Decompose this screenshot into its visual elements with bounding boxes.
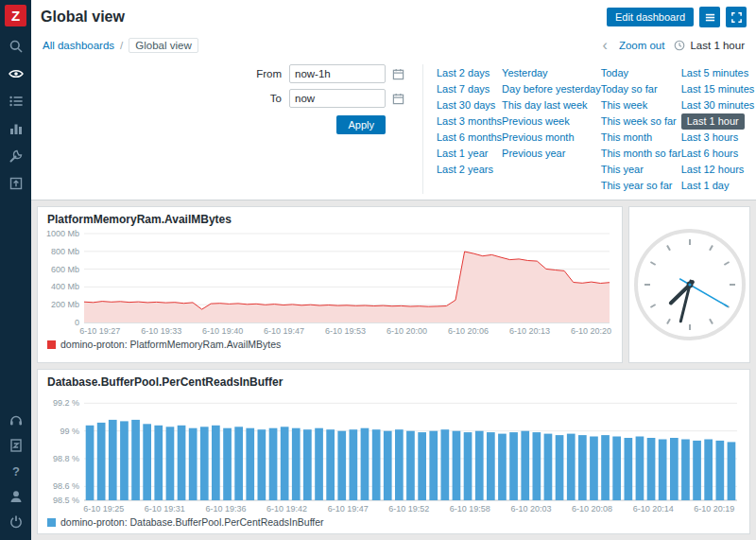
apply-row: Apply xyxy=(31,115,407,134)
time-controls: ‹ Zoom out Last 1 hour xyxy=(601,38,745,53)
page-header: Global view Edit dashboard xyxy=(31,0,756,34)
time-range-tab[interactable]: Last 1 hour xyxy=(674,40,745,51)
memory-chart[interactable]: 1000 Mb800 Mb600 Mb400 Mb200 Mb06-10 19:… xyxy=(41,228,617,338)
dashboard-grid: PlatformMemoryRam.AvailMBytes 1000 Mb800… xyxy=(31,200,756,540)
timerange-link[interactable]: Day before yesterday xyxy=(502,81,601,97)
svg-text:800 Mb: 800 Mb xyxy=(51,247,79,256)
svg-text:6-10 20:00: 6-10 20:00 xyxy=(387,326,427,336)
svg-text:6-10 20:14: 6-10 20:14 xyxy=(633,504,674,514)
signout-power-icon[interactable] xyxy=(9,514,24,530)
user-profile-icon[interactable] xyxy=(9,489,24,504)
edit-dashboard-button[interactable]: Edit dashboard xyxy=(607,8,694,26)
timerange-link[interactable]: This week so far xyxy=(601,113,681,130)
svg-text:6-10 19:36: 6-10 19:36 xyxy=(205,504,246,514)
timerange-link[interactable]: Last 2 days xyxy=(437,65,502,81)
expand-icon xyxy=(730,11,743,24)
zabbix-logo[interactable]: Z xyxy=(5,5,26,26)
timerange-link[interactable]: Last 3 hours xyxy=(681,130,755,146)
to-row: To xyxy=(270,89,407,108)
svg-text:6-10 19:47: 6-10 19:47 xyxy=(264,326,304,336)
svg-text:600 Mb: 600 Mb xyxy=(51,265,79,274)
administration-box-icon[interactable] xyxy=(9,176,24,191)
timerange-link[interactable]: Last 7 days xyxy=(437,81,502,97)
svg-text:6-10 19:31: 6-10 19:31 xyxy=(145,504,185,514)
timerange-link[interactable]: Last 1 year xyxy=(437,146,502,162)
search-icon[interactable] xyxy=(9,39,24,54)
buffer-chart[interactable]: 99.2 %99 %98.8 %98.6 %98.5 %6-10 19:256-… xyxy=(41,391,745,515)
timerange-link[interactable]: Last 30 minutes xyxy=(681,97,755,113)
svg-text:6-10 19:47: 6-10 19:47 xyxy=(328,504,369,514)
timerange-link[interactable]: This month xyxy=(601,130,681,146)
from-input[interactable] xyxy=(289,64,386,83)
svg-text:6-10 19:52: 6-10 19:52 xyxy=(388,504,429,514)
sidebar: Z ? xyxy=(0,0,31,540)
svg-text:1000 Mb: 1000 Mb xyxy=(46,229,79,238)
timerange-link[interactable]: This year so far xyxy=(601,178,681,194)
svg-text:6-10 20:03: 6-10 20:03 xyxy=(510,504,551,514)
timerange-link[interactable]: Last 6 hours xyxy=(681,146,755,162)
hamburger-icon xyxy=(704,11,716,24)
timerange-link[interactable]: Previous month xyxy=(502,130,601,146)
svg-text:98.8 %: 98.8 % xyxy=(53,454,79,463)
timerange-link[interactable]: This month so far xyxy=(601,146,681,162)
to-calendar-button[interactable] xyxy=(388,89,407,108)
svg-text:6-10 19:40: 6-10 19:40 xyxy=(202,326,243,336)
timerange-link[interactable]: Last 12 hours xyxy=(681,162,755,178)
configuration-wrench-icon[interactable] xyxy=(9,148,24,164)
timerange-link[interactable]: This week xyxy=(601,97,681,113)
to-input[interactable] xyxy=(289,89,386,108)
fullscreen-button[interactable] xyxy=(726,7,747,27)
time-back-button[interactable]: ‹ xyxy=(601,38,610,53)
reports-chart-icon[interactable] xyxy=(9,121,24,136)
svg-text:6-10 19:53: 6-10 19:53 xyxy=(325,326,366,336)
svg-text:6-10 19:42: 6-10 19:42 xyxy=(266,504,307,514)
timerange-link[interactable]: This year xyxy=(601,162,681,178)
timerange-column: Last 2 daysLast 7 daysLast 30 daysLast 3… xyxy=(437,65,502,194)
buffer-legend: domino-proton: Database.BufferPool.PerCe… xyxy=(38,515,749,531)
timerange-link[interactable]: Yesterday xyxy=(502,65,601,81)
monitoring-eye-icon[interactable] xyxy=(9,66,24,81)
svg-text:98.6 %: 98.6 % xyxy=(53,481,79,491)
apply-button[interactable]: Apply xyxy=(336,115,386,134)
timerange-link[interactable]: Today xyxy=(601,65,681,81)
dashboard-row-1: PlatformMemoryRam.AvailMBytes 1000 Mb800… xyxy=(37,206,750,363)
svg-text:6-10 20:13: 6-10 20:13 xyxy=(509,326,550,336)
buffer-legend-label: domino-proton: Database.BufferPool.PerCe… xyxy=(60,516,324,528)
bufferpool-graph-widget: Database.BufferPool.PerCentReadsInBuffer… xyxy=(37,369,750,534)
breadcrumb-separator: / xyxy=(120,40,123,51)
timerange-link[interactable]: Last 3 months xyxy=(437,113,502,130)
timerange-link[interactable]: Last 1 hour xyxy=(681,113,745,130)
timerange-column: Last 5 minutesLast 15 minutesLast 30 min… xyxy=(681,65,755,194)
main-area: Global view Edit dashboard All dashboard… xyxy=(31,0,756,540)
calendar-icon xyxy=(392,68,404,80)
from-calendar-button[interactable] xyxy=(388,64,407,83)
timerange-link[interactable]: Last 2 years xyxy=(437,162,502,178)
timerange-link[interactable]: Previous week xyxy=(502,113,601,130)
svg-text:200 Mb: 200 Mb xyxy=(51,300,79,309)
help-question-icon[interactable]: ? xyxy=(9,463,24,479)
timerange-link[interactable]: Last 5 minutes xyxy=(681,65,755,81)
timerange-link[interactable]: Last 1 day xyxy=(681,178,755,194)
svg-text:6-10 19:27: 6-10 19:27 xyxy=(79,326,120,336)
svg-text:6-10 19:33: 6-10 19:33 xyxy=(141,326,181,336)
timerange-link[interactable]: Today so far xyxy=(601,81,681,97)
support-headset-icon[interactable] xyxy=(9,412,24,427)
dashboard-menu-button[interactable] xyxy=(699,7,720,27)
sidebar-bottom: ? xyxy=(9,412,24,540)
timerange-link[interactable]: Last 30 days xyxy=(437,97,502,113)
breadcrumb-all-dashboards[interactable]: All dashboards xyxy=(43,40,114,51)
breadcrumb-bar: All dashboards / Global view ‹ Zoom out … xyxy=(31,34,756,57)
memory-widget-title: PlatformMemoryRam.AvailMBytes xyxy=(38,207,622,228)
timerange-link[interactable]: Last 15 minutes xyxy=(681,81,755,97)
timerange-link[interactable]: Last 6 months xyxy=(437,130,502,146)
timerange-columns: Last 2 daysLast 7 daysLast 30 daysLast 3… xyxy=(423,64,756,194)
zoom-out-link[interactable]: Zoom out xyxy=(619,40,665,51)
timerange-link[interactable]: Previous year xyxy=(502,146,601,162)
time-filter-panel: From To Apply Last 2 daysLast 7 daysLast… xyxy=(31,57,756,200)
services-list-icon[interactable] xyxy=(9,94,24,109)
timerange-link[interactable]: This day last week xyxy=(502,97,601,113)
integrations-doc-icon[interactable] xyxy=(9,438,24,453)
memory-legend-swatch xyxy=(47,340,56,349)
time-range-label: Last 1 hour xyxy=(690,40,745,51)
breadcrumb-current: Global view xyxy=(129,38,198,53)
